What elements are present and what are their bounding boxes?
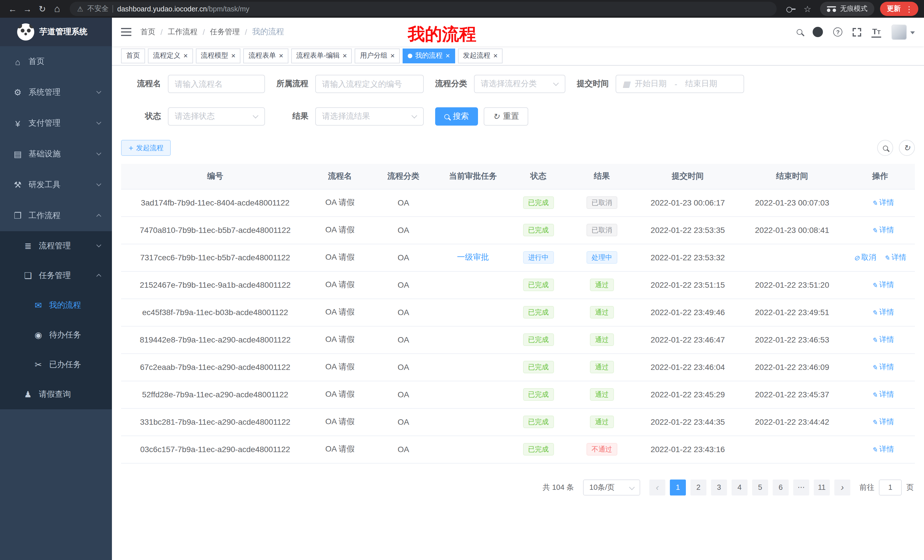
goto-page-input[interactable] — [879, 479, 902, 495]
detail-action[interactable]: 详情 — [872, 417, 894, 427]
detail-action[interactable]: 详情 — [872, 280, 894, 290]
breadcrumb-separator — [245, 27, 247, 36]
cell-id: 52ffd28e-7b9a-11ec-a290-acde48001122 — [121, 381, 309, 408]
detail-action[interactable]: 详情 — [872, 225, 894, 235]
user-menu[interactable] — [891, 24, 915, 40]
process-name-input[interactable] — [168, 75, 265, 93]
cell-submit-time: 2022-01-23 00:06:17 — [636, 189, 739, 216]
prev-page-button[interactable] — [650, 479, 665, 495]
page-size-select[interactable]: 10条/页 — [583, 479, 640, 495]
breadcrumb-item[interactable]: 任务管理 — [210, 27, 240, 37]
avatar[interactable] — [891, 24, 907, 40]
cancel-action[interactable]: 取消 — [854, 252, 876, 263]
font-size-icon[interactable] — [872, 27, 881, 37]
tab[interactable]: 流程表单-编辑 — [291, 48, 352, 63]
tab[interactable]: 发起流程 — [458, 48, 502, 63]
breadcrumb-item[interactable]: 工作流程 — [168, 27, 198, 37]
refresh-table-button[interactable] — [899, 140, 915, 156]
sidebar-item[interactable]: ❏ 任务管理 — [0, 261, 112, 290]
browser-home-icon[interactable] — [50, 2, 64, 16]
tab[interactable]: 我的流程 — [403, 48, 455, 63]
caret-down-icon — [910, 31, 915, 36]
sidebar-item[interactable]: ▤ 基础设施 — [0, 139, 112, 169]
reload-icon[interactable] — [35, 2, 49, 16]
hamburger-icon[interactable] — [121, 28, 131, 36]
close-icon[interactable] — [390, 52, 394, 60]
breadcrumb-item[interactable]: 首页 — [141, 27, 155, 37]
bookmark-star-icon[interactable] — [801, 2, 814, 16]
github-icon[interactable] — [813, 27, 823, 37]
cell-actions: 取消 详情 — [845, 298, 915, 326]
category-placeholder: 请选择流程分类 — [481, 79, 537, 89]
search-button[interactable]: 搜索 — [435, 107, 478, 126]
close-icon[interactable] — [343, 52, 347, 60]
search-icon[interactable] — [797, 29, 802, 35]
sidebar-item[interactable]: ⚙ 系统管理 — [0, 77, 112, 108]
url-text[interactable]: dashboard.yudao.iocoder.cn/bpm/task/my — [117, 5, 249, 13]
close-icon[interactable] — [279, 52, 283, 60]
chevron-down-icon — [553, 80, 559, 86]
sidebar-item[interactable]: ≣ 流程管理 — [0, 231, 112, 261]
page-button[interactable]: 4 — [732, 479, 747, 495]
address-bar[interactable]: 不安全 dashboard.yudao.iocoder.cn/bpm/task/… — [70, 2, 777, 16]
sidebar-item[interactable]: ♟ 请假查询 — [0, 380, 112, 409]
page-button[interactable]: 6 — [772, 479, 789, 495]
page-button[interactable]: 11 — [814, 479, 830, 495]
tab[interactable]: 流程定义 — [148, 48, 193, 63]
detail-action[interactable]: 详情 — [872, 307, 894, 317]
reset-button[interactable]: 重置 — [484, 107, 528, 126]
sidebar-item[interactable]: ❐ 工作流程 — [0, 201, 112, 231]
close-icon[interactable] — [493, 52, 497, 60]
close-icon[interactable] — [231, 52, 235, 60]
toggle-search-button[interactable] — [877, 140, 893, 156]
start-process-button[interactable]: 发起流程 — [121, 140, 171, 156]
tab[interactable]: 流程模型 — [196, 48, 240, 63]
next-page-button[interactable] — [834, 479, 850, 495]
browser-menu-icon[interactable] — [903, 4, 915, 13]
date-range-picker[interactable]: 开始日期 - 结束日期 — [616, 75, 744, 93]
cell-submit-time: 2022-01-22 23:49:46 — [636, 298, 739, 326]
table-row: 3ad174fb-7b9d-11ec-8404-acde48001122 OA … — [121, 189, 915, 216]
detail-action[interactable]: 详情 — [884, 252, 906, 263]
fullscreen-icon[interactable] — [853, 28, 861, 36]
sidebar-item-label: 待办任务 — [49, 330, 81, 340]
cell-actions: 取消 详情 — [845, 216, 915, 244]
sidebar-item[interactable]: ⌂ 首页 — [0, 46, 112, 77]
close-icon[interactable] — [446, 52, 450, 60]
close-icon[interactable] — [183, 52, 188, 60]
help-icon[interactable] — [834, 27, 843, 36]
status-select[interactable]: 请选择状态 — [168, 107, 265, 126]
password-key-icon[interactable] — [786, 7, 795, 11]
detail-action[interactable]: 详情 — [872, 198, 894, 208]
table-row: 7470a810-7b9b-11ec-b5b7-acde48001122 OA … — [121, 216, 915, 244]
detail-action[interactable]: 详情 — [872, 389, 894, 400]
tab[interactable]: 用户分组 — [355, 48, 400, 63]
breadcrumb-item[interactable]: 我的流程 — [252, 27, 284, 37]
tab[interactable]: 首页 — [121, 48, 145, 63]
page-button[interactable]: 5 — [752, 479, 768, 495]
task-link[interactable]: 一级审批 — [457, 252, 489, 263]
back-icon[interactable] — [6, 2, 20, 16]
detail-action[interactable]: 详情 — [872, 444, 894, 454]
detail-action[interactable]: 详情 — [872, 334, 894, 345]
page-button[interactable]: 1 — [670, 479, 686, 495]
sidebar-item[interactable]: ◉ 待办任务 — [0, 320, 112, 350]
sidebar-item[interactable]: ⚒ 研发工具 — [0, 169, 112, 201]
page-button[interactable]: 3 — [711, 479, 727, 495]
security-label[interactable]: 不安全 — [87, 4, 109, 14]
sidebar-item[interactable]: ✉ 我的流程 — [0, 290, 112, 320]
sidebar-item[interactable]: ¥ 支付管理 — [0, 108, 112, 139]
page-button[interactable]: ⋯ — [793, 479, 809, 495]
tab[interactable]: 流程表单 — [243, 48, 288, 63]
detail-action[interactable]: 详情 — [872, 362, 894, 372]
app-logo[interactable]: 芋道管理系统 — [0, 18, 112, 46]
result-select[interactable]: 请选择流结果 — [315, 107, 424, 126]
sidebar-item[interactable]: ✂ 已办任务 — [0, 350, 112, 380]
category-select[interactable]: 请选择流程分类 — [474, 75, 566, 93]
update-button[interactable]: 更新 — [880, 2, 918, 16]
end-date-placeholder[interactable]: 结束日期 — [685, 79, 717, 89]
start-date-placeholder[interactable]: 开始日期 — [634, 79, 666, 89]
forward-icon[interactable] — [21, 2, 34, 16]
page-button[interactable]: 2 — [690, 479, 706, 495]
process-definition-input[interactable] — [315, 75, 424, 93]
